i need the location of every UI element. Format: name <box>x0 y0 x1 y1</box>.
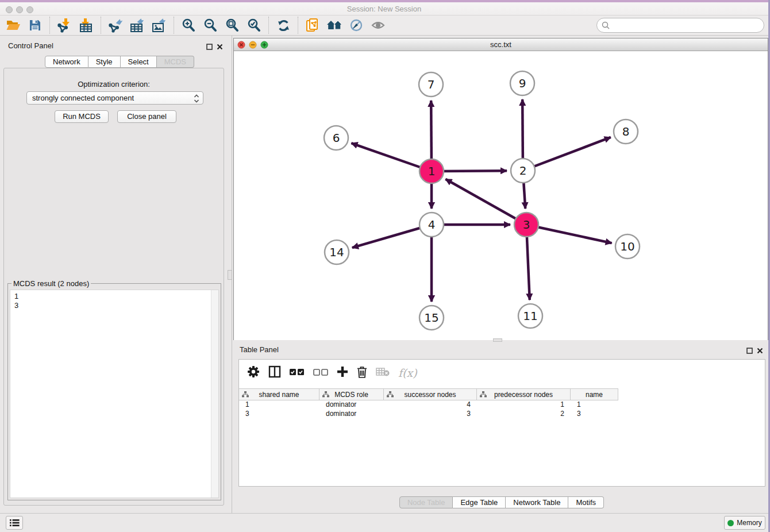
graph-node-7[interactable]: 7 <box>419 72 443 97</box>
graph-node-15[interactable]: 15 <box>419 306 444 330</box>
table-row-1[interactable]: 3dominator323 <box>239 409 765 418</box>
zoom-in-button[interactable] <box>178 16 199 34</box>
graph-edge-2-8[interactable] <box>523 137 611 171</box>
svg-text:2: 2 <box>519 164 527 178</box>
graph-node-1[interactable]: 1 <box>419 159 444 183</box>
search-field[interactable] <box>596 18 764 33</box>
network-canvas[interactable]: 1234678910111415 <box>234 51 768 340</box>
criterion-dropdown[interactable]: strongly connected component <box>26 91 203 105</box>
graph-node-11[interactable]: 11 <box>518 304 542 328</box>
tab-network[interactable]: Network <box>45 56 88 68</box>
first-neighbors-button[interactable] <box>324 16 345 34</box>
import-table-button[interactable] <box>75 16 97 34</box>
brush-slash-icon <box>349 18 363 32</box>
cell-shared-name[interactable]: 3 <box>239 409 319 418</box>
window-zoom-button[interactable] <box>26 5 33 16</box>
cell-predecessor-nodes[interactable]: 2 <box>477 409 571 418</box>
horizontal-divider-handle[interactable] <box>493 338 502 342</box>
clone-network-icon <box>306 18 320 33</box>
cell-mcds-role[interactable]: dominator <box>319 400 384 409</box>
clone-network-button[interactable] <box>302 16 324 34</box>
table-panel-close-button[interactable] <box>757 346 763 356</box>
cell-shared-name[interactable]: 1 <box>239 400 319 409</box>
graph-node-14[interactable]: 14 <box>325 240 349 264</box>
close-icon <box>757 348 763 354</box>
control-panel-float-button[interactable] <box>206 42 213 52</box>
select-all-columns-button[interactable] <box>290 368 305 378</box>
open-session-button[interactable] <box>2 16 24 34</box>
zoom-selected-button[interactable] <box>243 16 265 34</box>
graph-node-8[interactable]: 8 <box>614 119 638 144</box>
export-table-button[interactable] <box>126 16 148 34</box>
desktop-edge-top <box>0 0 770 2</box>
tab-select[interactable]: Select <box>121 56 157 68</box>
panel-divider-handle[interactable] <box>228 270 232 280</box>
table-panel-title: Table Panel <box>240 345 279 354</box>
tab-style[interactable]: Style <box>88 56 121 68</box>
zoom-out-button[interactable] <box>199 16 221 34</box>
column-header-predecessor-nodes[interactable]: predecessor nodes <box>477 389 571 400</box>
column-header-name[interactable]: name <box>571 389 618 400</box>
graph-node-4[interactable]: 4 <box>419 213 444 237</box>
graph-node-9[interactable]: 9 <box>510 71 534 95</box>
graph-node-2[interactable]: 2 <box>511 159 535 183</box>
table-split-view-button[interactable] <box>268 365 281 380</box>
tab-mcds[interactable]: MCDS <box>157 56 194 68</box>
window-minimize-button[interactable] <box>16 5 23 16</box>
save-session-button[interactable] <box>24 16 46 34</box>
tab-edge-table[interactable]: Edge Table <box>453 496 506 508</box>
mcds-result-area[interactable]: 1 3 <box>10 290 219 498</box>
graph-edge-3-10[interactable] <box>526 225 612 243</box>
column-header-mcds-role[interactable]: MCDS role <box>319 389 384 400</box>
control-panel-title: Control Panel <box>8 41 53 50</box>
import-network-button[interactable] <box>53 16 75 34</box>
function-builder-button[interactable]: f(x) <box>398 367 417 379</box>
gear-icon <box>247 365 260 378</box>
tab-motifs[interactable]: Motifs <box>568 496 604 508</box>
cell-name[interactable]: 3 <box>571 409 618 418</box>
delete-table-button[interactable] <box>376 367 390 379</box>
svg-text:4: 4 <box>428 218 436 232</box>
plus-icon <box>337 366 348 377</box>
search-input[interactable] <box>610 20 764 31</box>
run-mcds-button[interactable]: Run MCDS <box>55 110 109 123</box>
graph-node-10[interactable]: 10 <box>615 234 640 259</box>
toggle-graphics-details-button[interactable] <box>345 16 367 34</box>
table-panel-tabs-row: Node TableEdge TableNetwork TableMotifs <box>233 496 770 508</box>
control-panel-close-button[interactable] <box>217 42 223 52</box>
column-header-shared-name[interactable]: shared name <box>239 389 319 400</box>
cell-successor-nodes[interactable]: 4 <box>384 400 477 409</box>
create-column-button[interactable] <box>337 366 348 380</box>
table-panel-float-button[interactable] <box>746 346 753 356</box>
attribute-tree-icon <box>480 391 487 398</box>
svg-text:7: 7 <box>428 78 435 91</box>
export-image-button[interactable] <box>148 16 170 34</box>
show-hide-panels-button[interactable] <box>367 16 389 34</box>
close-panel-button[interactable]: Close panel <box>117 110 176 123</box>
cell-successor-nodes[interactable]: 3 <box>384 409 477 418</box>
export-network-button[interactable] <box>105 16 126 34</box>
column-header-successor-nodes[interactable]: successor nodes <box>384 389 477 400</box>
graph-edge-3-1[interactable] <box>445 179 526 225</box>
apply-layout-button[interactable] <box>272 16 294 34</box>
deselect-all-columns-button[interactable] <box>313 368 328 378</box>
cell-name[interactable]: 1 <box>571 400 618 409</box>
task-history-button[interactable] <box>6 516 23 530</box>
delete-column-button[interactable] <box>357 366 367 380</box>
tab-network-table[interactable]: Network Table <box>506 496 568 508</box>
table-row-0[interactable]: 1dominator411 <box>239 400 765 409</box>
tab-node-table[interactable]: Node Table <box>399 496 453 508</box>
cell-mcds-role[interactable]: dominator <box>319 409 384 418</box>
graph-node-3[interactable]: 3 <box>514 213 538 237</box>
zoom-fit-button[interactable] <box>221 16 243 34</box>
cell-predecessor-nodes[interactable]: 1 <box>477 400 571 409</box>
save-icon <box>29 19 41 32</box>
open-folder-icon <box>6 19 21 32</box>
mcds-result-scrollbar[interactable] <box>211 290 218 498</box>
split-columns-icon <box>268 365 281 378</box>
table-settings-button[interactable] <box>247 365 260 380</box>
memory-button[interactable]: Memory <box>724 516 765 530</box>
window-close-button[interactable] <box>6 5 13 16</box>
graph-node-6[interactable]: 6 <box>324 126 348 150</box>
network-window-titlebar[interactable]: scc.txt <box>234 38 768 51</box>
